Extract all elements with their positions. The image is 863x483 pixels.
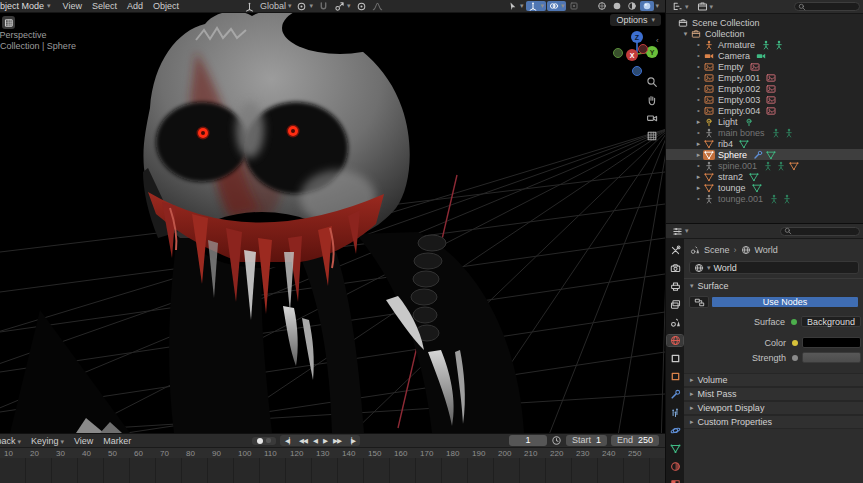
proportional-editing-button[interactable]: [354, 1, 369, 12]
tab-view-layer[interactable]: [667, 299, 683, 310]
outliner-row-tounge-001[interactable]: •tounge.001: [666, 193, 863, 204]
stopwatch-icon[interactable]: [551, 435, 562, 446]
disclosure-right-icon[interactable]: ▸: [694, 118, 703, 126]
panel-custom-properties[interactable]: ▸Custom Properties: [684, 415, 863, 429]
tab-particles[interactable]: [667, 407, 683, 418]
tab-object-constraints[interactable]: [667, 371, 683, 382]
current-frame-field[interactable]: 1: [509, 435, 547, 446]
breadcrumb-scene[interactable]: Scene: [704, 245, 730, 255]
outliner-row-empty-001[interactable]: •Empty.001: [666, 72, 863, 83]
outliner-row-empty-002[interactable]: •Empty.002: [666, 83, 863, 94]
menu-add[interactable]: Add: [122, 1, 148, 11]
menu-view[interactable]: View: [58, 1, 87, 11]
snap-toggle-button[interactable]: [316, 1, 331, 12]
color-swatch[interactable]: [802, 337, 861, 348]
menu-object[interactable]: Object: [148, 1, 184, 11]
play-button[interactable]: ▶: [320, 435, 330, 446]
outliner-row-camera[interactable]: •Camera: [666, 50, 863, 61]
gizmos-toggle[interactable]: ▾: [526, 1, 546, 11]
use-nodes-button[interactable]: Use Nodes: [711, 296, 859, 308]
disclosure-right-icon[interactable]: ▸: [694, 173, 703, 181]
zoom-button[interactable]: [644, 75, 659, 88]
timeline-menu-marker[interactable]: Marker: [98, 436, 136, 446]
disclosure-right-icon[interactable]: ▸: [694, 151, 703, 159]
editor-type-dropdown[interactable]: ▾: [670, 226, 691, 237]
tab-texture[interactable]: [667, 479, 683, 483]
outliner-row-tounge[interactable]: ▸tounge: [666, 182, 863, 193]
timeline-menu-view[interactable]: View: [69, 436, 98, 446]
menu-select[interactable]: Select: [87, 1, 122, 11]
breadcrumb-world[interactable]: World: [755, 245, 778, 255]
outliner-row-sphere[interactable]: ▸Sphere: [666, 149, 863, 160]
world-datablock-selector[interactable]: ▾ World: [689, 261, 859, 274]
sidebar-collapse-arrow[interactable]: ‹: [656, 36, 659, 45]
properties-search-input[interactable]: [780, 227, 860, 236]
play-reverse-button[interactable]: ◀: [310, 435, 320, 446]
viewport-3d[interactable]: Object Mode ▾ ViewSelectAddObject Global…: [0, 0, 665, 433]
tab-object[interactable]: [667, 353, 683, 364]
tab-scene[interactable]: [667, 317, 683, 328]
timeline-menu-playback[interactable]: Playback ▾: [0, 436, 26, 446]
orientation-dropdown[interactable]: Global ▾: [258, 1, 294, 11]
outliner-row-empty[interactable]: •Empty: [666, 61, 863, 72]
editor-type-dropdown[interactable]: ▾: [670, 1, 691, 12]
display-mode-dropdown[interactable]: ▾: [695, 1, 716, 12]
keying-set-icon[interactable]: [266, 438, 271, 443]
jump-to-start-button[interactable]: ◀▏: [282, 435, 296, 446]
disclosure-down-icon[interactable]: ▾: [681, 30, 690, 38]
toggle-perspective-button[interactable]: [644, 129, 659, 142]
outliner-row-main-bones[interactable]: •main bones: [666, 127, 863, 138]
outliner-row-empty-004[interactable]: •Empty.004: [666, 105, 863, 116]
tab-physics[interactable]: [667, 425, 683, 436]
shading-solid-button[interactable]: [610, 1, 624, 11]
timeline-ruler[interactable]: 1020304050607080901001101201301401501601…: [0, 448, 665, 458]
outliner-row-stran2[interactable]: ▸stran2: [666, 171, 863, 182]
outliner-row-collection[interactable]: ▾Collection: [666, 28, 863, 39]
outliner-row-empty-003[interactable]: •Empty.003: [666, 94, 863, 105]
shading-rendered-button[interactable]: [640, 1, 654, 11]
outliner-row-armature[interactable]: •Armature: [666, 39, 863, 50]
pan-button[interactable]: [644, 93, 659, 106]
overlays-toggle[interactable]: ▾: [547, 1, 567, 11]
viewport-scene-render[interactable]: [0, 0, 665, 433]
disclosure-right-icon[interactable]: ▸: [694, 140, 703, 148]
camera-view-button[interactable]: [644, 111, 659, 124]
jump-to-end-button[interactable]: ▕▶: [344, 435, 358, 446]
shading-wireframe-button[interactable]: [595, 1, 609, 11]
strength-slider[interactable]: [802, 352, 861, 363]
tab-modifiers[interactable]: [667, 389, 683, 400]
tab-object-data[interactable]: [667, 443, 683, 454]
record-icon[interactable]: [257, 438, 263, 444]
disclosure-right-icon[interactable]: ▸: [694, 184, 703, 192]
panel-mist-pass[interactable]: ▸Mist Pass: [684, 387, 863, 401]
tab-output[interactable]: [667, 281, 683, 292]
timeline-menu-keying[interactable]: Keying ▾: [26, 436, 69, 446]
timeline-tracks[interactable]: [0, 458, 665, 483]
navigation-gizmo[interactable]: Z Y X: [604, 24, 665, 80]
panel-viewport-display[interactable]: ▸Viewport Display: [684, 401, 863, 415]
start-frame-field[interactable]: Start 1: [566, 435, 607, 446]
surface-value-field[interactable]: Background: [801, 316, 861, 327]
tab-render[interactable]: [667, 263, 683, 274]
next-keyframe-button[interactable]: ▶▶: [330, 435, 344, 446]
proportional-falloff-button[interactable]: [370, 1, 385, 12]
shading-material-preview-button[interactable]: [625, 1, 639, 11]
transform-orientation-icon[interactable]: [242, 1, 257, 12]
outliner-search-input[interactable]: [794, 2, 860, 11]
snap-target-button[interactable]: ▾: [332, 1, 353, 12]
tab-tool[interactable]: [667, 245, 683, 256]
tab-material[interactable]: [667, 461, 683, 472]
pivot-point-button[interactable]: ▾: [294, 1, 315, 12]
outliner-row-spine-001[interactable]: •spine.001: [666, 160, 863, 171]
outliner-row-rib4[interactable]: ▸rib4: [666, 138, 863, 149]
tab-world[interactable]: [667, 335, 683, 346]
active-tool-button[interactable]: [2, 16, 15, 29]
end-frame-field[interactable]: End 250: [611, 435, 659, 446]
visibility-toggle[interactable]: ▾: [506, 1, 526, 11]
surface-panel-header[interactable]: ▾ Surface: [684, 278, 863, 292]
xray-toggle[interactable]: [567, 1, 581, 11]
previous-keyframe-button[interactable]: ◀◀: [296, 435, 310, 446]
panel-volume[interactable]: ▸Volume: [684, 373, 863, 387]
outliner-row-scene-collection[interactable]: Scene Collection: [666, 17, 863, 28]
mode-dropdown[interactable]: Object Mode ▾: [0, 1, 56, 11]
